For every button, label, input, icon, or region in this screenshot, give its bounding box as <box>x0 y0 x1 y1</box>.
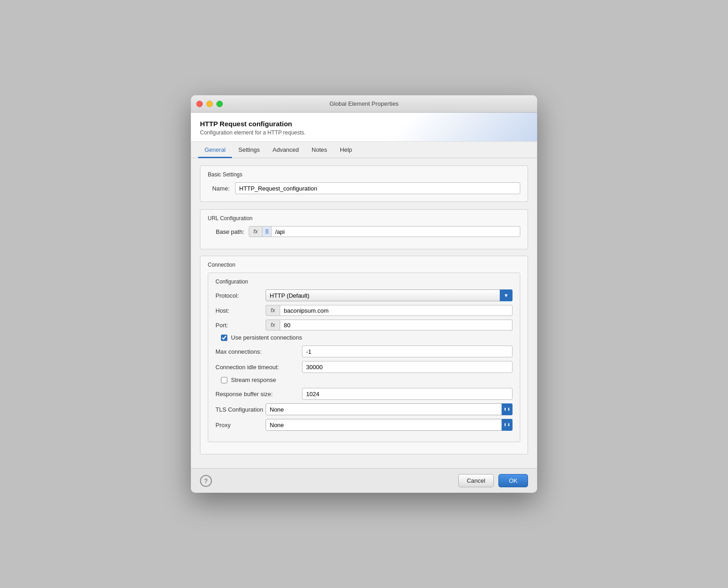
max-connections-row: Max connections: <box>215 346 513 357</box>
response-buffer-input[interactable] <box>302 388 513 400</box>
stream-response-checkbox[interactable] <box>221 377 227 383</box>
ok-button[interactable]: OK <box>498 474 528 487</box>
idle-timeout-input[interactable] <box>302 361 513 373</box>
db-button[interactable]: 🗄 <box>262 226 272 237</box>
tls-select-wrapper: None <box>266 403 513 415</box>
max-connections-label: Max connections: <box>215 348 302 355</box>
port-fx-button[interactable]: fx <box>266 320 280 330</box>
stream-response-row: Stream response <box>215 377 513 383</box>
protocol-select-wrapper: HTTP (Default) HTTPS <box>266 289 513 301</box>
host-input-group: fx <box>266 305 513 316</box>
proxy-row: Proxy None <box>215 419 513 431</box>
port-row: Port: fx <box>215 320 513 330</box>
tls-select[interactable]: None <box>266 403 513 415</box>
tab-settings[interactable]: Settings <box>232 142 266 158</box>
header-section: HTTP Request configuration Configuration… <box>191 113 537 142</box>
proxy-label: Proxy <box>215 422 266 428</box>
persistent-connections-row: Use persistent connections <box>215 334 513 341</box>
basic-settings-section: Basic Settings Name: <box>200 165 528 202</box>
max-connections-input[interactable] <box>302 346 513 357</box>
config-subsection-title: Configuration <box>215 279 513 285</box>
tab-notes[interactable]: Notes <box>305 142 333 158</box>
protocol-select[interactable]: HTTP (Default) HTTPS <box>266 289 513 301</box>
proxy-select[interactable]: None <box>266 419 513 431</box>
proxy-select-wrapper: None <box>266 419 513 431</box>
header-title: HTTP Request configuration <box>200 120 528 128</box>
window-title: Global Element Properties <box>329 100 399 107</box>
titlebar: Global Element Properties <box>191 95 537 113</box>
port-input[interactable] <box>280 320 513 330</box>
persistent-connections-checkbox[interactable] <box>221 335 227 341</box>
cancel-button[interactable]: Cancel <box>458 474 494 487</box>
name-form: Name: <box>208 182 520 194</box>
host-label: Host: <box>215 307 266 314</box>
connection-section: Connection Configuration Protocol: HTTP … <box>200 256 528 454</box>
tls-row: TLS Configuration None <box>215 403 513 415</box>
basic-settings-title: Basic Settings <box>208 171 520 178</box>
base-path-label: Base path: <box>208 228 249 235</box>
traffic-lights <box>196 101 223 107</box>
url-config-title: URL Configuration <box>208 215 520 222</box>
main-window: Global Element Properties HTTP Request c… <box>191 95 537 493</box>
config-subsection: Configuration Protocol: HTTP (Default) H… <box>208 273 520 442</box>
protocol-label: Protocol: <box>215 292 266 299</box>
stream-response-label: Stream response <box>231 377 276 383</box>
port-label: Port: <box>215 322 266 329</box>
tab-advanced[interactable]: Advanced <box>266 142 305 158</box>
help-button[interactable]: ? <box>200 475 212 487</box>
name-label: Name: <box>208 185 235 192</box>
host-row: Host: fx <box>215 305 513 316</box>
host-input[interactable] <box>280 305 513 316</box>
fx-button[interactable]: fx <box>249 226 262 237</box>
base-path-group: Base path: fx 🗄 <box>208 226 520 237</box>
response-buffer-row: Response buffer size: <box>215 388 513 400</box>
port-input-group: fx <box>266 320 513 330</box>
footer: ? Cancel OK <box>191 468 537 493</box>
connection-title: Connection <box>208 262 520 268</box>
response-buffer-label: Response buffer size: <box>215 391 302 397</box>
tab-help[interactable]: Help <box>333 142 359 158</box>
base-path-input[interactable] <box>272 226 520 237</box>
close-button[interactable] <box>196 101 203 107</box>
footer-buttons: Cancel OK <box>458 474 528 487</box>
persistent-connections-label: Use persistent connections <box>231 334 302 341</box>
name-input[interactable] <box>235 182 520 194</box>
maximize-button[interactable] <box>216 101 223 107</box>
tabs-bar: General Settings Advanced Notes Help <box>191 142 537 158</box>
idle-timeout-row: Connection idle timeout: <box>215 361 513 373</box>
url-config-section: URL Configuration Base path: fx 🗄 <box>200 209 528 249</box>
minimize-button[interactable] <box>206 101 213 107</box>
protocol-row: Protocol: HTTP (Default) HTTPS <box>215 289 513 301</box>
tab-general[interactable]: General <box>198 142 232 158</box>
tls-label: TLS Configuration <box>215 406 266 413</box>
base-path-input-group: fx 🗄 <box>249 226 520 237</box>
host-fx-button[interactable]: fx <box>266 305 280 316</box>
idle-timeout-label: Connection idle timeout: <box>215 364 302 371</box>
header-subtitle: Configuration element for a HTTP request… <box>200 129 528 136</box>
main-content: Basic Settings Name: URL Configuration B… <box>191 158 537 468</box>
